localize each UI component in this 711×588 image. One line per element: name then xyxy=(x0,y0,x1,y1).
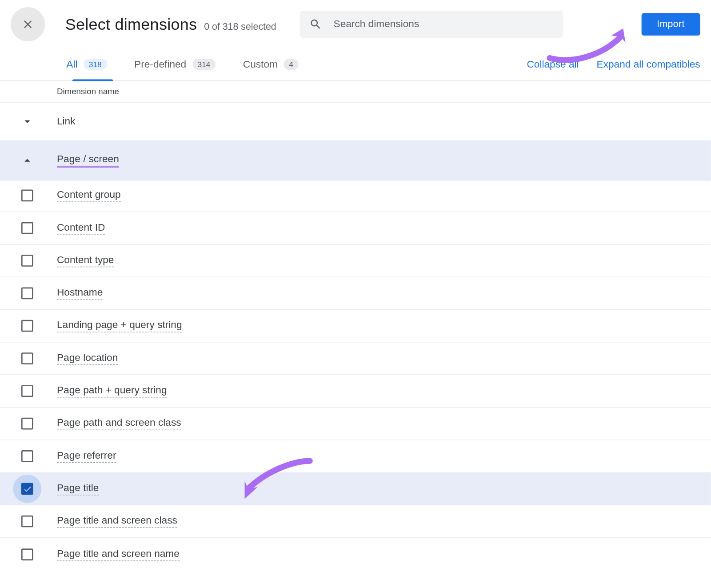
group-page-screen-label: Page / screen xyxy=(57,153,119,168)
checkbox[interactable] xyxy=(19,190,36,202)
dimension-label: Page title and screen class xyxy=(57,515,177,528)
dimension-row[interactable]: Content ID xyxy=(0,212,711,244)
checkbox[interactable] xyxy=(19,255,36,267)
dimension-row[interactable]: Content type xyxy=(0,245,711,277)
dimension-row[interactable]: Page location xyxy=(0,342,711,375)
checkbox[interactable] xyxy=(19,450,36,462)
checkbox[interactable] xyxy=(19,385,36,397)
checkbox[interactable] xyxy=(19,516,36,528)
dimension-label: Content type xyxy=(57,254,114,267)
dimension-label: Page title xyxy=(57,482,99,495)
search-input[interactable] xyxy=(334,18,554,30)
checkbox[interactable] xyxy=(19,483,36,495)
dimension-row[interactable]: Page title and screen name xyxy=(0,538,711,570)
search-icon xyxy=(309,17,322,32)
dimension-label: Content ID xyxy=(57,222,105,235)
tab-all-label: All xyxy=(66,58,77,70)
checkbox[interactable] xyxy=(19,320,36,332)
dimension-label: Hostname xyxy=(57,287,103,300)
tab-all-count: 318 xyxy=(84,59,107,70)
dimension-label: Page referrer xyxy=(57,450,116,463)
import-button[interactable]: Import xyxy=(641,13,700,36)
checkbox[interactable] xyxy=(19,222,36,234)
checkbox[interactable] xyxy=(19,418,36,430)
tab-predefined[interactable]: Pre-defined 314 xyxy=(134,48,216,80)
dimension-label: Page path and screen class xyxy=(57,417,181,430)
dimension-row[interactable]: Page referrer xyxy=(0,440,711,472)
dimension-row[interactable]: Landing page + query string xyxy=(0,310,711,342)
checkbox[interactable] xyxy=(19,288,36,300)
column-header: Dimension name xyxy=(0,80,711,102)
collapse-all-button[interactable]: Collapse all xyxy=(527,58,579,70)
dimension-label: Page path + query string xyxy=(57,384,167,397)
dialog-header: Select dimensions 0 of 318 selected Impo… xyxy=(0,0,711,48)
tab-custom[interactable]: Custom 4 xyxy=(243,48,299,80)
tab-all[interactable]: All 318 xyxy=(66,48,107,80)
tab-custom-count: 4 xyxy=(284,59,299,70)
dimension-row[interactable]: Page path and screen class xyxy=(0,408,711,440)
dimension-label: Content group xyxy=(57,189,121,202)
expand-all-button[interactable]: Expand all compatibles xyxy=(597,58,700,70)
group-page-screen[interactable]: Page / screen xyxy=(0,141,711,180)
dialog-title: Select dimensions xyxy=(65,15,197,33)
dimension-list: Content groupContent IDContent typeHostn… xyxy=(0,180,711,571)
dimension-label: Page title and screen name xyxy=(57,548,180,560)
close-icon xyxy=(21,18,34,31)
dimension-row[interactable]: Page title and screen class xyxy=(0,505,711,538)
chevron-up-icon xyxy=(19,154,36,167)
search-field[interactable] xyxy=(300,11,563,38)
group-link-label: Link xyxy=(57,116,76,128)
dimension-label: Landing page + query string xyxy=(57,319,182,332)
dimension-row[interactable]: Hostname xyxy=(0,277,711,310)
tab-predefined-label: Pre-defined xyxy=(134,58,186,70)
chevron-down-icon xyxy=(19,115,36,128)
dimension-label: Page location xyxy=(57,352,118,365)
tab-custom-label: Custom xyxy=(243,58,278,70)
close-button[interactable] xyxy=(11,7,45,41)
dimension-row[interactable]: Page path + query string xyxy=(0,375,711,408)
selection-count: 0 of 318 selected xyxy=(204,21,276,32)
dimension-row[interactable]: Page title xyxy=(0,473,711,505)
dimension-row[interactable]: Content group xyxy=(0,180,711,212)
tab-bar: All 318 Pre-defined 314 Custom 4 Collaps… xyxy=(0,48,711,80)
group-link[interactable]: Link xyxy=(0,103,711,141)
checkbox[interactable] xyxy=(19,352,36,364)
checkbox[interactable] xyxy=(19,548,36,560)
tab-predefined-count: 314 xyxy=(192,59,216,70)
